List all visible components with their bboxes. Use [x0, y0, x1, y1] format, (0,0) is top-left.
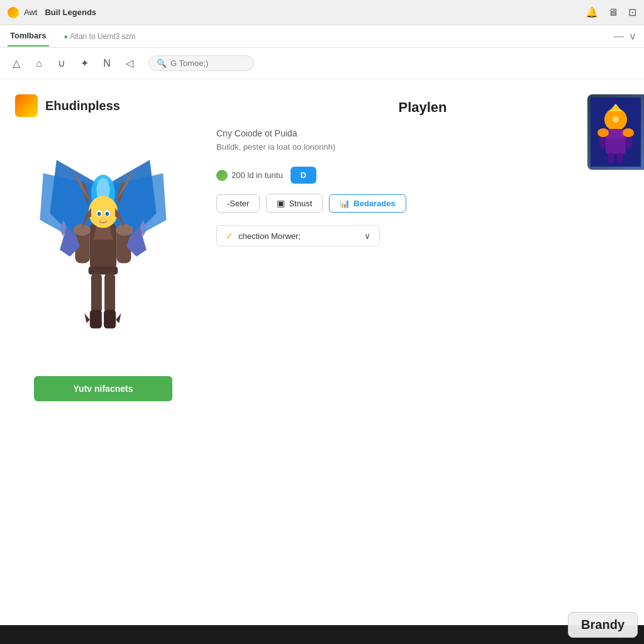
nav-tab-main[interactable]: Tomlbars: [8, 26, 49, 47]
character-section: Ehudinpless: [15, 94, 191, 610]
bedarades-button[interactable]: 📊 Bedarades: [329, 194, 406, 213]
chevron-down-icon: ∨: [364, 231, 370, 241]
right-character-thumbnail[interactable]: [587, 94, 644, 170]
stnust-button[interactable]: ▣ Stnust: [266, 194, 323, 213]
svg-point-25: [97, 212, 101, 216]
main-content: Ehudinpless: [0, 79, 644, 625]
title-bar: Awt Buil Legends 🔔 🖥 ⊡: [0, 0, 644, 25]
app-title: Buil Legends: [45, 8, 96, 17]
info-desc-2: Buildk, pester ia loat oo lononnh): [216, 142, 629, 152]
svg-marker-21: [116, 313, 121, 323]
toolbar-icon-6[interactable]: ◁: [121, 55, 138, 72]
character-action-button[interactable]: Yutv nifacnets: [34, 376, 172, 401]
character-header: Ehudinpless: [15, 94, 120, 117]
title-controls: 🔔 🖥 ⊡: [586, 6, 636, 18]
svg-marker-32: [606, 129, 625, 138]
display-icon[interactable]: 🖥: [608, 7, 618, 18]
action-label: 200 ld in tuntu: [216, 170, 283, 181]
svg-rect-16: [91, 273, 102, 313]
svg-rect-17: [104, 273, 115, 313]
search-input[interactable]: [170, 58, 246, 68]
toolbar-icon-4[interactable]: ✦: [75, 55, 93, 72]
info-desc-1: Cny Coiode ot Puida: [216, 128, 629, 138]
toolbar-icon-2[interactable]: ⌂: [30, 55, 48, 72]
dropdown-row[interactable]: ✓ chection Morwer; ∨: [216, 225, 380, 247]
toolbar-icon-3[interactable]: ∪: [53, 55, 70, 72]
bottom-name-badge: Brandy: [568, 612, 638, 638]
action-label-icon: [216, 170, 228, 181]
toolbar: △ ⌂ ∪ ✦ N ◁ 🔍: [0, 48, 644, 79]
svg-rect-18: [90, 310, 102, 329]
dropdown-text: chection Morwer;: [238, 231, 359, 241]
svg-rect-39: [608, 153, 614, 163]
close-icon[interactable]: ⊡: [628, 6, 636, 18]
dropdown-check-icon: ✓: [226, 231, 233, 241]
svg-marker-20: [84, 313, 89, 323]
character-svg: [28, 133, 179, 360]
svg-marker-8: [93, 226, 113, 240]
notifications-icon[interactable]: 🔔: [586, 6, 598, 18]
nav-bar: Tomlbars ● Aitan to Uemt3 szm — ∨: [0, 25, 644, 48]
toolbar-icon-1[interactable]: △: [8, 55, 25, 72]
toolbar-icon-5[interactable]: N: [98, 55, 116, 72]
character-artwork: [21, 127, 185, 366]
action-row: 200 ld in tuntu D: [216, 167, 629, 184]
svg-point-26: [106, 212, 109, 216]
stnust-icon: ▣: [277, 198, 285, 208]
info-section: Playlen Cny Coiode ot Puida Buildk, pest…: [216, 94, 629, 610]
character-name-label: Ehudinpless: [45, 99, 120, 113]
bedarades-icon: 📊: [340, 199, 350, 208]
nav-subtitle: ● Aitan to Uemt3 szm: [64, 32, 136, 41]
svg-point-35: [597, 128, 609, 137]
search-box[interactable]: 🔍: [148, 55, 254, 71]
search-icon: 🔍: [157, 58, 167, 68]
svg-rect-9: [89, 267, 118, 275]
action-blue-button[interactable]: D: [291, 167, 316, 184]
svg-point-36: [623, 128, 634, 137]
svg-point-41: [613, 116, 619, 123]
svg-rect-40: [617, 153, 623, 163]
character-icon: [15, 94, 38, 117]
app-text: Awt: [24, 8, 37, 17]
info-title: Playlen: [216, 99, 629, 116]
buttons-row: -Seter ▣ Stnust 📊 Bedarades: [216, 194, 629, 213]
svg-rect-19: [104, 310, 116, 329]
expand-button[interactable]: ∨: [629, 30, 636, 42]
bottom-bar: [0, 625, 644, 644]
app-icon: [8, 7, 19, 18]
minimize-button[interactable]: —: [614, 31, 624, 42]
thumbnail-svg: [591, 97, 641, 167]
seter-button[interactable]: -Seter: [216, 194, 260, 213]
